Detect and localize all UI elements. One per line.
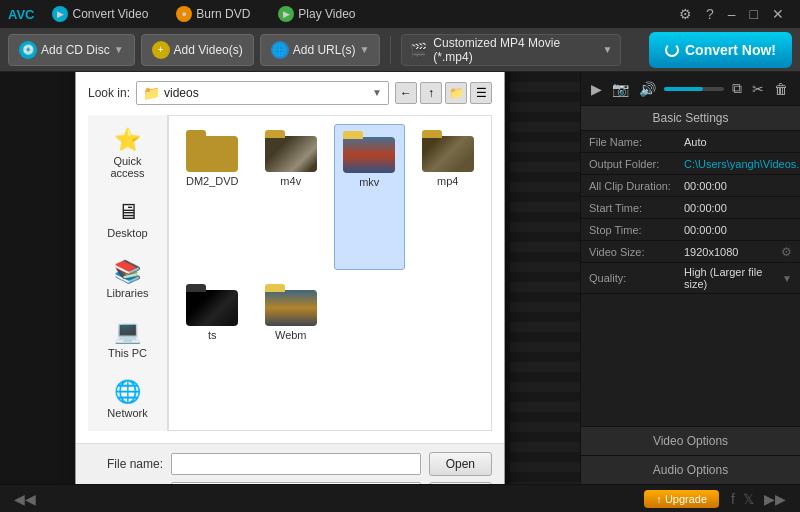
setting-filename-label: File Name: [589,136,684,148]
setting-start-label: Start Time: [589,202,684,214]
folder-dm2-dvd[interactable]: DM2_DVD [177,124,248,270]
help-icon[interactable]: ? [702,4,718,24]
folder-dm2-dvd-name: DM2_DVD [186,175,239,187]
globe-icon: 🌐 [271,41,289,59]
facebook-icon[interactable]: f [727,489,739,509]
minimize-button[interactable]: – [724,4,740,24]
folder-ts[interactable]: ts [177,278,248,422]
sidebar-libraries[interactable]: 📚 Libraries [92,255,164,303]
nav-play-video[interactable]: ▶ Play Video [264,0,369,28]
filetype-row: Files of type: Media Files (all types) C… [88,482,492,485]
left-panel: 🔵 Open ✕ Look in: 📁 videos ▼ ← [0,72,580,484]
play-video-icon: ▶ [278,6,294,22]
open-dialog: 🔵 Open ✕ Look in: 📁 videos ▼ ← [75,72,505,484]
video-options-button[interactable]: Video Options [581,426,800,455]
setting-all-clip-value: 00:00:00 [684,180,792,192]
folder-mp4[interactable]: mp4 [413,124,484,270]
video-icon: + [152,41,170,59]
upgrade-button[interactable]: ↑ Upgrade [644,490,719,508]
folder-ts-name: ts [208,329,217,341]
format-arrow: ▼ [602,44,612,55]
add-url-label: Add URL(s) [293,43,356,57]
setting-output-value: C:\Users\yangh\Videos... [684,158,800,170]
filename-label: File name: [88,457,163,471]
add-url-arrow: ▼ [359,44,369,55]
sidebar-desktop-label: Desktop [107,227,147,239]
cut-button[interactable]: ✂ [750,79,766,99]
convert-video-icon: ▶ [52,6,68,22]
volume-slider[interactable] [664,87,724,91]
video-size-gear-icon[interactable]: ⚙ [781,245,792,259]
dialog-footer: File name: Open Files of type: Media Fil… [76,443,504,485]
sidebar-network[interactable]: 🌐 Network [92,375,164,423]
folder-mkv[interactable]: mkv [334,124,405,270]
setting-video-size-label: Video Size: [589,246,684,258]
setting-video-size-value: 1920x1080 [684,246,777,258]
add-video-button[interactable]: + Add Video(s) [141,34,254,66]
go-up-button[interactable]: ↑ [420,82,442,104]
quick-access-icon: ⭐ [114,127,141,153]
sidebar-this-pc-label: This PC [108,347,147,359]
setting-stop-value: 00:00:00 [684,224,792,236]
desktop-icon: 🖥 [117,199,139,225]
setting-quality[interactable]: Quality: High (Larger file size) ▼ [581,263,800,294]
setting-stop-label: Stop Time: [589,224,684,236]
dialog-overlay: 🔵 Open ✕ Look in: 📁 videos ▼ ← [0,72,580,484]
sidebar-desktop[interactable]: 🖥 Desktop [92,195,164,243]
folder-m4v-name: m4v [280,175,301,187]
file-dialog-container: ⭐ Quick access 🖥 Desktop 📚 Libraries [88,115,492,431]
filetype-select[interactable]: Media Files (all types) [171,482,421,485]
sidebar-network-label: Network [107,407,147,419]
sidebar-this-pc[interactable]: 💻 This PC [92,315,164,363]
folder-webm-name: Webm [275,329,307,341]
screenshot-button[interactable]: 📷 [610,79,631,99]
sidebar-quick-access[interactable]: ⭐ Quick access [92,123,164,183]
setting-output-folder[interactable]: Output Folder: C:\Users\yangh\Videos... [581,153,800,175]
close-button[interactable]: ✕ [768,4,788,24]
maximize-button[interactable]: □ [746,4,762,24]
nav-convert-video-label: Convert Video [72,7,148,21]
setting-stop-time: Stop Time: 00:00:00 [581,219,800,241]
add-cd-arrow: ▼ [114,44,124,55]
add-cd-label: Add CD Disc [41,43,110,57]
filename-input[interactable] [171,453,421,475]
film-icon: 🎬 [410,42,427,58]
nav-burn-dvd[interactable]: ● Burn DVD [162,0,264,28]
setting-filename-value: Auto [684,136,792,148]
add-url-button[interactable]: 🌐 Add URL(s) ▼ [260,34,381,66]
delete-button[interactable]: 🗑 [772,79,790,99]
look-in-select[interactable]: 📁 videos ▼ [136,81,389,105]
sidebar-quick-access-label: Quick access [96,155,160,179]
next-arrow[interactable]: ▶▶ [758,489,792,509]
twitter-icon[interactable]: 𝕏 [739,489,758,509]
open-button[interactable]: Open [429,452,492,476]
convert-now-button[interactable]: Convert Now! [649,32,792,68]
folder-m4v[interactable]: m4v [256,124,327,270]
folder-mkv-name: mkv [359,176,379,188]
go-back-button[interactable]: ← [395,82,417,104]
setting-video-size[interactable]: Video Size: 1920x1080 ⚙ [581,241,800,263]
audio-options-button[interactable]: Audio Options [581,455,800,484]
cancel-button[interactable]: Cancel [429,482,492,485]
settings-icon[interactable]: ⚙ [675,4,696,24]
view-toggle-button[interactable]: ☰ [470,82,492,104]
play-button[interactable]: ▶ [589,79,604,99]
format-label: Customized MP4 Movie (*.mp4) [433,36,596,64]
nav-convert-video[interactable]: ▶ Convert Video [38,0,162,28]
folder-webm[interactable]: Webm [256,278,327,422]
volume-icon[interactable]: 🔊 [637,79,658,99]
add-cd-button[interactable]: 💿 Add CD Disc ▼ [8,34,135,66]
setting-all-clip-label: All Clip Duration: [589,180,684,192]
toolbar: 💿 Add CD Disc ▼ + Add Video(s) 🌐 Add URL… [0,28,800,72]
copy-button[interactable]: ⧉ [730,78,744,99]
new-folder-button[interactable]: 📁 [445,82,467,104]
setting-start-time: Start Time: 00:00:00 [581,197,800,219]
file-grid: DM2_DVD m4v [168,115,492,431]
format-selector[interactable]: 🎬 Customized MP4 Movie (*.mp4) ▼ [401,34,621,66]
setting-start-value: 00:00:00 [684,202,792,214]
cd-icon: 💿 [19,41,37,59]
prev-arrow[interactable]: ◀◀ [8,489,42,509]
quality-arrow: ▼ [782,273,792,284]
setting-quality-label: Quality: [589,272,684,284]
nav-play-video-label: Play Video [298,7,355,21]
